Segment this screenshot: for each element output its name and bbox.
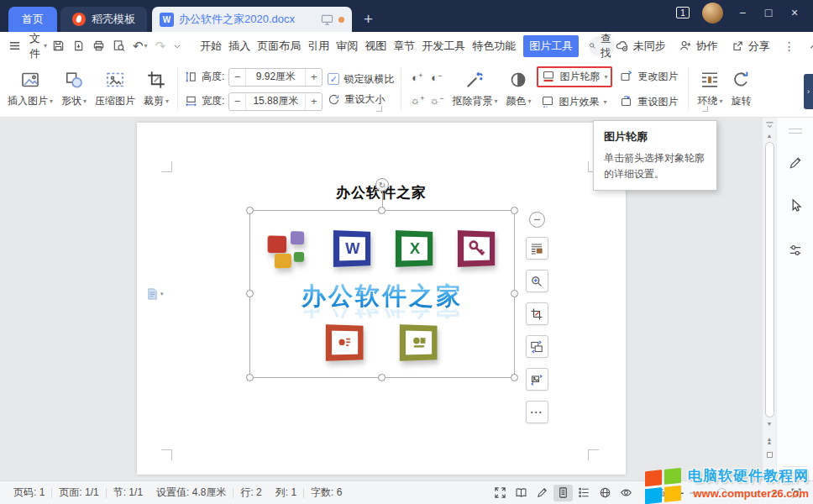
annotate-pen-icon[interactable] [777,149,813,177]
window-manage-icon[interactable]: 1 [676,7,690,18]
undo-button[interactable]: ↶▾ [133,39,148,54]
increase-contrast-button[interactable]: ◐+ [412,71,422,84]
close-button[interactable]: × [788,6,801,19]
web-view-icon[interactable] [595,485,615,501]
status-page-number[interactable]: 页码: 1 [7,486,51,500]
print-preview-icon[interactable] [113,39,125,52]
status-page-count[interactable]: 页面: 1/1 [52,486,105,500]
redo-button[interactable]: ↷ [155,39,166,54]
scroll-down-arrow[interactable]: ▼ [767,421,773,427]
change-picture-button[interactable]: 更改图片 [616,66,682,87]
hamburger-icon[interactable] [8,39,21,52]
menu-item-insert[interactable]: 插入 [227,36,252,56]
maximize-button[interactable]: □ [762,6,775,19]
resize-handle-ne[interactable] [511,207,518,214]
decrease-contrast-button[interactable]: ◐− [431,71,442,84]
settings-sliders-icon[interactable] [777,236,813,265]
reset-size-button[interactable]: 重设大小 [328,92,394,107]
lock-aspect-ratio-checkbox[interactable]: ✓ 锁定纵横比 [328,72,394,87]
insert-picture-button[interactable]: 插入图片▾ [3,64,57,114]
monitor-icon[interactable] [321,14,333,25]
select-browse-object-button[interactable] [767,452,773,458]
shapes-button[interactable]: 形状▾ [57,64,91,114]
menu-item-page-layout[interactable]: 页面布局 [255,36,302,56]
collapse-toolbar-button[interactable] [529,212,545,228]
resize-handle-e[interactable] [511,290,518,297]
height-increment-button[interactable]: + [306,69,322,86]
save-icon[interactable] [52,39,65,52]
ribbon-expander[interactable]: › [804,74,813,109]
collapse-ribbon-icon[interactable] [809,42,813,50]
status-word-count[interactable]: 字数: 6 [304,486,349,500]
crop-button-floating[interactable] [526,302,548,325]
selected-image-frame[interactable]: ↻ W X 办公软件之家 办公软件之家 [249,210,515,378]
change-picture-button-floating[interactable] [526,335,548,358]
tab-docer-templates[interactable]: 稻壳模板 [60,7,147,32]
resize-handle-sw[interactable] [246,374,254,381]
sync-status-button[interactable]: 未同步 [615,39,666,54]
rotate-button[interactable]: 旋转 [726,64,755,114]
layout-options-button[interactable] [526,237,548,260]
wrap-button[interactable]: 环绕▾ [693,64,726,114]
remove-background-button[interactable]: 抠除背景▾ [448,64,501,114]
compress-picture-button[interactable]: 压缩图片 [91,64,139,114]
menu-item-view[interactable]: 视图 [363,36,388,56]
convert-picture-button[interactable] [526,368,548,391]
crop-button[interactable]: 裁剪▾ [139,64,173,114]
menu-item-dev-tools[interactable]: 开发工具 [420,36,467,56]
resize-handle-se[interactable] [511,374,518,381]
width-increment-button[interactable]: + [306,93,322,110]
resize-handle-nw[interactable] [246,207,254,214]
rail-handle[interactable] [789,129,802,134]
height-value[interactable]: 9.92厘米 [245,69,306,86]
share-button[interactable]: 分享 [732,39,770,54]
resize-handle-n[interactable] [378,207,386,214]
ruler-toggle-icon[interactable] [765,121,774,130]
vertical-scrollbar[interactable]: ▲ ▼ ▲▲ [762,118,776,480]
status-column[interactable]: 列: 1 [269,486,303,500]
outline-view-icon[interactable] [574,485,594,501]
minimize-button[interactable]: − [736,6,749,19]
fit-window-icon[interactable] [490,485,510,501]
menu-item-picture-tools-active[interactable]: 图片工具 [523,35,579,57]
width-value[interactable]: 15.88厘米 [245,93,306,110]
tab-document[interactable]: W 办公软件之家2020.docx [152,7,352,32]
print-icon[interactable] [92,39,105,52]
collaborate-button[interactable]: 协作 [679,39,718,54]
zoom-in-button[interactable] [526,270,548,292]
search-box[interactable]: 查找 [589,36,615,56]
status-section[interactable]: 节: 1/1 [107,486,149,500]
menu-item-special-features[interactable]: 特色功能 [470,36,517,56]
more-menu-icon[interactable]: ⋮ [784,39,795,53]
chevron-down-icon[interactable] [173,42,181,50]
decrease-brightness-button[interactable]: ☼− [429,94,443,107]
scrollbar-thumb[interactable] [765,142,774,417]
page-view-icon-active[interactable] [553,485,573,501]
menu-item-section[interactable]: 章节 [391,36,417,56]
status-setting-value[interactable]: 设置值: 4.8厘米 [149,486,233,500]
tab-home[interactable]: 首页 [8,7,57,32]
width-decrement-button[interactable]: − [229,93,245,110]
new-tab-button[interactable]: + [364,7,373,32]
file-menu[interactable]: 文件▾ [29,31,47,61]
height-decrement-button[interactable]: − [229,69,245,86]
select-cursor-icon[interactable] [777,191,813,219]
menu-item-review[interactable]: 审阅 [334,36,359,56]
more-options-button[interactable]: ··· [526,401,548,423]
dialog-launcher-icon[interactable] [702,106,708,112]
menu-item-home[interactable]: 开始 [198,36,223,56]
avatar[interactable] [702,3,723,24]
resize-handle-s[interactable] [378,374,386,381]
document-page[interactable]: 办公软件之家 ▾ ↻ W X [137,123,626,475]
color-button[interactable]: 颜色▾ [501,64,535,114]
eye-protect-icon[interactable] [616,485,636,501]
picture-effects-button[interactable]: 图片效果 ▾ [537,92,612,113]
status-line[interactable]: 行: 2 [233,486,268,500]
rotation-handle[interactable]: ↻ [375,178,389,192]
increase-brightness-button[interactable]: ☼+ [410,94,424,107]
export-pdf-icon[interactable] [72,39,85,52]
menu-item-references[interactable]: 引用 [306,36,331,56]
read-mode-icon[interactable] [511,485,531,501]
write-mode-icon[interactable] [532,485,552,501]
scroll-up-arrow[interactable]: ▲ [767,133,773,139]
